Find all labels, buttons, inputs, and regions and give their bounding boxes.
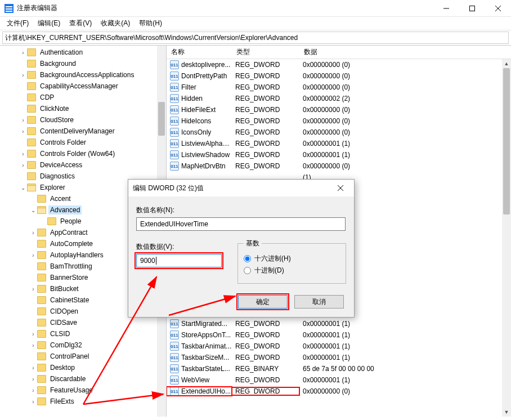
dword-icon: 011	[170, 105, 179, 114]
tree-item[interactable]: ›Desktop	[0, 362, 166, 373]
value-type: REG_DWORD	[232, 128, 299, 136]
chevron-right-icon[interactable]: ›	[29, 399, 37, 405]
tree-item[interactable]: ›ContentDeliveryManager	[0, 126, 166, 137]
chevron-right-icon[interactable]: ›	[19, 117, 27, 123]
value-name: ExtendedUIHo...	[181, 387, 231, 395]
tree-item-label: Advanced	[48, 205, 82, 215]
window-buttons	[433, 0, 511, 16]
tree-item-label: BannerStore	[48, 273, 89, 282]
chevron-right-icon[interactable]: ›	[29, 342, 37, 348]
chevron-right-icon[interactable]: ›	[19, 72, 27, 78]
chevron-right-icon[interactable]: ›	[29, 331, 37, 337]
radix-dec[interactable]: 十进制(D)	[244, 266, 340, 275]
menu-file[interactable]: 文件(F)	[2, 17, 33, 29]
close-button[interactable]	[485, 0, 511, 16]
chevron-right-icon[interactable]: ›	[29, 387, 37, 394]
list-row[interactable]: 011MapNetDrvBtnREG_DWORD0x00000000 (0)	[167, 160, 511, 172]
col-name[interactable]: 名称	[167, 47, 232, 57]
chevron-right-icon[interactable]: ›	[29, 376, 37, 382]
list-row[interactable]: 011ListviewShadowREG_DWORD0x00000001 (1)	[167, 149, 511, 160]
chevron-right-icon[interactable]: ›	[19, 128, 27, 135]
chevron-right-icon[interactable]: ›	[19, 50, 27, 56]
tree-item[interactable]: ControlPanel	[0, 351, 166, 362]
tree-item[interactable]: ›Controls Folder (Wow64)	[0, 148, 166, 159]
list-row[interactable]: 011TaskbarAnimat...REG_DWORD0x00000001 (…	[167, 341, 511, 352]
list-row[interactable]: 011HideIconsREG_DWORD0x00000000 (0)	[167, 115, 511, 127]
chevron-down-icon[interactable]: ⌄	[29, 207, 37, 213]
list-row[interactable]: 011ExtendedUIHo...REG_DWORD0x00000000 (0…	[167, 386, 511, 397]
maximize-button[interactable]	[459, 0, 485, 16]
chevron-right-icon[interactable]: ›	[29, 286, 37, 292]
menu-view[interactable]: 查看(V)	[65, 17, 96, 29]
col-type[interactable]: 类型	[232, 47, 299, 57]
tree-item[interactable]: ›ComDlg32	[0, 339, 166, 351]
value-type: REG_DWORD	[232, 117, 299, 125]
chevron-right-icon[interactable]: ›	[29, 230, 37, 236]
chevron-right-icon[interactable]: ›	[29, 252, 37, 258]
list-row[interactable]: 011WebViewREG_DWORD0x00000001 (1)	[167, 374, 511, 386]
chevron-right-icon[interactable]: ›	[19, 151, 27, 157]
tree-item[interactable]: Controls Folder	[0, 137, 166, 148]
value-type: REG_DWORD	[232, 387, 299, 395]
list-row[interactable]: 011TaskbarSizeM...REG_DWORD0x00000001 (1…	[167, 352, 511, 363]
tree-item[interactable]: ›CLSID	[0, 328, 166, 339]
tree-item[interactable]: CapabilityAccessManager	[0, 81, 166, 92]
dword-icon: 011	[170, 72, 179, 81]
scroll-up-icon[interactable]: ▲	[502, 59, 511, 68]
value-type: REG_DWORD	[232, 320, 299, 328]
chevron-right-icon[interactable]: ›	[29, 365, 37, 371]
tree-item[interactable]: ›FileExts	[0, 396, 166, 407]
tree-item[interactable]: ›CloudStore	[0, 114, 166, 126]
list-row[interactable]: 011StoreAppsOnT...REG_DWORD0x00000001 (1…	[167, 329, 511, 341]
dword-icon: 011	[170, 94, 179, 103]
radix-hex[interactable]: 十六进制(H)	[244, 254, 340, 263]
list-row[interactable]: 011IconsOnlyREG_DWORD0x00000000 (0)	[167, 127, 511, 138]
value-name: TaskbarStateL...	[181, 365, 230, 373]
tree-item-label: CIDSave	[48, 318, 79, 327]
radix-dec-input[interactable]	[244, 267, 251, 274]
tree-item-label: People	[59, 217, 83, 226]
value-name: StoreAppsOnT...	[181, 331, 231, 339]
tree-item[interactable]: ›Discardable	[0, 373, 166, 385]
address-bar[interactable]: 计算机\HKEY_CURRENT_USER\Software\Microsoft…	[2, 32, 509, 44]
tree-item[interactable]: ClickNote	[0, 103, 166, 114]
chevron-right-icon[interactable]: ›	[19, 162, 27, 168]
value-name-field[interactable]: ExtendedUIHoverTime	[136, 217, 346, 231]
value-data-field[interactable]: 9000	[136, 254, 222, 267]
dword-icon: 011	[170, 387, 179, 396]
chevron-down-icon[interactable]: ⌄	[19, 185, 27, 191]
list-row[interactable]: 011desktoplivepre...REG_DWORD0x00000000 …	[167, 59, 511, 70]
tree-item[interactable]: ›BackgroundAccessApplications	[0, 69, 166, 81]
list-row[interactable]: 011HideFileExtREG_DWORD0x00000000 (0)	[167, 104, 511, 115]
tree-item[interactable]: CIDSave	[0, 317, 166, 328]
tree-item[interactable]: Background	[0, 58, 166, 69]
list-row[interactable]: 011FilterREG_DWORD0x00000000 (0)	[167, 82, 511, 93]
col-data[interactable]: 数据	[299, 47, 511, 57]
menu-edit[interactable]: 编辑(E)	[33, 17, 65, 29]
radix-hex-input[interactable]	[244, 255, 251, 262]
value-name-label: 数值名称(N):	[136, 205, 346, 215]
value-type: REG_DWORD	[232, 106, 299, 114]
list-scrollbar[interactable]: ▲ ▼	[502, 59, 511, 417]
menu-fav[interactable]: 收藏夹(A)	[96, 17, 135, 29]
tree-item[interactable]: CDP	[0, 92, 166, 103]
tree-item[interactable]: ›DeviceAccess	[0, 159, 166, 171]
menu-help[interactable]: 帮助(H)	[135, 17, 167, 29]
ok-button[interactable]: 确定	[238, 295, 288, 309]
folder-icon	[27, 138, 36, 146]
list-row[interactable]: 011ListviewAlphaS...REG_DWORD0x00000001 …	[167, 138, 511, 149]
list-row[interactable]: 011HiddenREG_DWORD0x00000002 (2)	[167, 93, 511, 104]
list-row[interactable]: 011DontPrettyPathREG_DWORD0x00000000 (0)	[167, 70, 511, 82]
folder-icon	[47, 217, 56, 225]
dword-icon: 011	[170, 117, 179, 126]
folder-icon	[27, 127, 36, 135]
tree-item-label: Controls Folder (Wow64)	[38, 149, 116, 158]
cancel-button[interactable]: 取消	[294, 295, 344, 309]
scroll-down-icon[interactable]: ▼	[502, 408, 511, 417]
list-row[interactable]: 011StartMigrated...REG_DWORD0x00000001 (…	[167, 318, 511, 329]
list-row[interactable]: 011TaskbarStateL...REG_BINARY65 de 7a 5f…	[167, 363, 511, 374]
tree-item[interactable]: ›FeatureUsage	[0, 385, 166, 396]
tree-item[interactable]: ›Authentication	[0, 47, 166, 58]
dialog-close-button[interactable]	[331, 181, 349, 195]
minimize-button[interactable]	[433, 0, 459, 16]
